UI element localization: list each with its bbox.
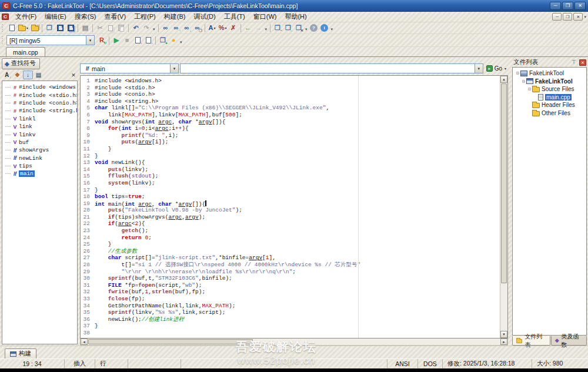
go-button[interactable]: ▸ Go ▾ <box>485 63 508 73</box>
scroll-left-button[interactable]: ◄ <box>81 339 88 345</box>
rebuild-button[interactable]: ↓ <box>143 35 153 45</box>
scroll-thumb[interactable] <box>501 83 507 283</box>
menu-item-H[interactable]: 帮助(H) <box>280 12 310 22</box>
symbol-tree-item[interactable]: lfmain <box>5 170 77 177</box>
save-all-button[interactable] <box>65 23 76 33</box>
symbol-tree-item[interactable]: ##include <conio.h> <box>5 99 77 107</box>
chevron-down-icon[interactable]: ▾ <box>170 64 178 73</box>
file-tree-item[interactable]: Header Files <box>514 101 586 109</box>
mdi-close-button[interactable]: ✕ <box>573 13 583 21</box>
file-tree-item[interactable]: ⊟FakeLinkTool <box>514 69 586 78</box>
build-config-combo[interactable]: [R] mingw5 ▾ <box>6 35 95 45</box>
symbol-detail-button[interactable]: ▤ <box>34 71 44 79</box>
panel-close-button[interactable]: ✕ <box>579 59 586 66</box>
chevron-down-icon[interactable]: ▾ <box>26 26 28 30</box>
replace-button[interactable]: %▾ <box>218 23 228 33</box>
chevron-down-icon[interactable]: ▾ <box>214 26 216 30</box>
scroll-right-button[interactable]: ► <box>500 339 507 345</box>
symbol-tree-item[interactable]: Vbuf <box>5 139 77 146</box>
cut-button[interactable]: ✂ <box>95 23 105 33</box>
symbol-tree-item[interactable]: Vlinkl <box>5 115 77 123</box>
menu-item-V[interactable]: 查看(V) <box>100 12 130 22</box>
toolbar-overflow-button[interactable]: ▾ <box>152 25 156 33</box>
find-button[interactable]: ∞ <box>161 23 171 33</box>
symbol-tree-item[interactable]: Vlinkv <box>5 130 77 138</box>
help-button[interactable]: ? <box>309 23 319 33</box>
open-file-button[interactable]: ▾ <box>17 23 29 33</box>
menu-item-S[interactable]: 搜索(S) <box>71 12 101 22</box>
menu-item-F[interactable]: 文件(F) <box>11 12 41 22</box>
compile-button[interactable]: ↓ <box>132 35 143 45</box>
new-file-button[interactable] <box>6 23 17 33</box>
symbol-tree-item[interactable]: lfnewLink <box>5 155 77 162</box>
tab-classes-functions[interactable]: ❖ 类及函数 <box>551 336 587 346</box>
run-button[interactable]: ▶ <box>111 35 122 45</box>
sort-visibility-button[interactable]: ↓ <box>23 71 33 79</box>
copy-button[interactable] <box>105 23 116 33</box>
vertical-scrollbar[interactable]: ▲ ▼ <box>500 76 507 338</box>
menu-item-P[interactable]: 工程(P) <box>130 12 160 22</box>
mdi-document-icon[interactable]: C <box>2 14 9 20</box>
navigate-forward-button[interactable]: → <box>253 23 264 33</box>
cancel-search-button[interactable]: ✗ <box>228 23 239 33</box>
toolbar-gripper[interactable] <box>2 36 5 45</box>
symbol-tree-item[interactable]: Vtips <box>5 162 77 170</box>
find-next-button[interactable]: ∞↑ <box>171 23 182 33</box>
paste-button[interactable] <box>116 23 126 33</box>
chevron-down-icon[interactable]: ▾ <box>225 26 226 30</box>
redo-button[interactable]: ↷ <box>141 23 152 33</box>
mdi-minimize-button[interactable]: ─ <box>552 13 562 21</box>
file-tree-item[interactable]: main.cpp <box>514 93 586 102</box>
menu-item-W[interactable]: 窗口(W) <box>249 12 281 22</box>
sort-alpha-button[interactable]: A↓ <box>2 71 12 79</box>
collapse-icon[interactable]: ⊟ <box>527 86 532 92</box>
symbol-panel-close-button[interactable]: ✕ <box>69 72 78 78</box>
file-tree-item[interactable]: ⊟Source Files <box>514 85 586 93</box>
open-project-button[interactable] <box>29 23 40 33</box>
horizontal-scrollbar[interactable]: ◄ ► <box>80 339 508 346</box>
scroll-up-button[interactable]: ▲ <box>500 76 507 83</box>
undo-button[interactable]: ↶ <box>131 23 141 33</box>
pin-icon[interactable]: ⊤ <box>570 59 577 65</box>
tips-button[interactable]: ● <box>168 35 179 45</box>
collapse-icon[interactable]: ⊟ <box>515 71 520 76</box>
collapse-icon[interactable]: ⊟ <box>521 79 526 84</box>
tab-build-output[interactable]: 构建 <box>5 348 36 358</box>
symbol-combo[interactable]: lf main ▾ <box>80 63 179 73</box>
symbol-tree-item[interactable]: ##include <string.h> <box>5 107 77 115</box>
minimize-button[interactable]: ─ <box>550 2 561 10</box>
window-next-button[interactable]: ❐→ <box>283 23 293 33</box>
stop-button[interactable]: ■ <box>122 35 132 45</box>
print-button[interactable]: ▤ <box>80 23 91 33</box>
toolbar-overflow-button[interactable]: ▾ <box>264 25 269 33</box>
scroll-down-button[interactable]: ▼ <box>500 331 507 338</box>
menu-item-B[interactable]: 构建(B) <box>160 12 190 22</box>
find-symbol-button[interactable]: ◈ 查找符号 <box>2 58 40 69</box>
build-config-button[interactable]: R↻ <box>96 35 107 45</box>
maximize-button[interactable]: ❐ <box>562 2 573 10</box>
menu-item-D[interactable]: 调试(D) <box>189 12 219 22</box>
symbol-tree-item[interactable]: ##include <stdio.h> <box>5 91 77 99</box>
find-in-files-button[interactable]: ∞❐ <box>192 23 203 33</box>
file-tree-item[interactable]: ⊟FakeLinkTool <box>514 78 586 86</box>
navigate-back-button[interactable]: ← <box>243 23 253 33</box>
symbol-tree-item[interactable]: lfshowArgvs <box>5 146 77 154</box>
about-button[interactable]: i <box>319 23 330 33</box>
close-file-button[interactable]: ❐ <box>44 23 55 33</box>
menubar-overflow-icon[interactable]: ▾ <box>584 15 586 19</box>
toolbar-overflow-button[interactable]: ▾ <box>179 38 183 46</box>
search-combo[interactable]: ▾ <box>180 63 483 73</box>
sort-kind-button[interactable]: ❖ <box>12 71 22 79</box>
window-close-button[interactable]: ❐✕ <box>293 23 304 33</box>
goto-symbol-button[interactable]: A▾ <box>207 23 218 33</box>
close-button[interactable]: ✕ <box>574 2 586 10</box>
tab-file-list[interactable]: 文件列表 <box>512 336 550 346</box>
code-editor[interactable]: 1#include <windows.h>2#include <stdio.h>… <box>81 76 500 338</box>
find-prev-button[interactable]: ∞↓ <box>182 23 192 33</box>
scroll-thumb[interactable] <box>88 339 253 344</box>
mdi-restore-button[interactable]: ❐ <box>563 13 572 21</box>
file-tree-item[interactable]: Other Files <box>514 109 586 118</box>
window-minimize-button[interactable]: ❐− <box>272 23 283 33</box>
symbol-tree-item[interactable]: ##include <windows.h> <box>5 83 77 91</box>
toolbar-overflow-button[interactable]: ▾ <box>304 25 309 33</box>
